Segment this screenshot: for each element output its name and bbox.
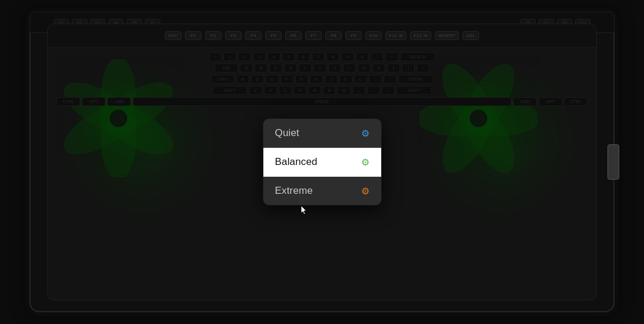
key-ctrl-r: CTRL [564, 97, 587, 106]
key-row-5: CTRL OPT CMD SPACE CMD OPT CTRL [57, 97, 587, 106]
key-shift-r: SHIFT [397, 86, 432, 95]
key-l: L [354, 75, 367, 84]
key-o: O [358, 64, 371, 72]
key-q: Q [240, 64, 253, 72]
key-row-3: CAPS A S D F G H J K L ; ' ENTER [57, 75, 587, 84]
gear-quiet-icon: ⚙ [361, 128, 369, 139]
key-d: D [266, 75, 279, 84]
key-shift-l: SHIFT [212, 86, 247, 95]
fan-mode-balanced-item[interactable]: Balanced ⚙ [263, 148, 381, 177]
key-y: Y [313, 64, 326, 72]
key-equals: = [385, 52, 398, 61]
key-j: J [325, 75, 338, 84]
key-space: SPACE [133, 97, 511, 106]
key-8: 8 [326, 52, 339, 61]
key-cmd-l: CMD [107, 97, 131, 106]
f12-key: F12 ≫ [410, 31, 431, 40]
key-u: U [328, 64, 341, 72]
key-p: P [372, 64, 385, 72]
esc-key: ESC [165, 31, 181, 40]
key-z: Z [249, 86, 262, 95]
key-2: 2 [238, 52, 251, 61]
key-row-2: TAB Q W E R T Y U I O P [ ] \ [57, 64, 587, 72]
key-f: F [280, 75, 293, 84]
key-delete: DELETE [400, 52, 435, 61]
f8-key: F8 [325, 31, 342, 40]
key-c: C [279, 86, 292, 95]
key-quote: ' [384, 75, 397, 84]
key-bracket-l: [ [387, 64, 400, 72]
fan-mode-quiet-item[interactable]: Quiet ⚙ [263, 119, 381, 148]
fn-key-bar: ESC F1 F2 F3 F4 F5 F6 F7 F8 F9 F10 F11 ≪… [48, 24, 596, 48]
key-w: W [255, 64, 267, 72]
key-opt-r: OPT [539, 97, 562, 106]
key-v: V [293, 86, 306, 95]
f1-key: F1 [185, 31, 202, 40]
key-row-1: ~ 1 2 3 4 5 6 7 8 9 0 - = DELETE [57, 52, 587, 61]
fan-mode-balanced-label: Balanced [275, 156, 318, 168]
key-backslash: \ [417, 64, 430, 72]
key-a: A [236, 75, 249, 84]
key-h: H [310, 75, 323, 84]
key-caps: CAPS [211, 75, 235, 84]
f2-key: F2 [205, 31, 222, 40]
key-row-4: SHIFT Z X C V B N M , . / SHIFT [57, 86, 587, 95]
key-g: G [295, 75, 308, 84]
power-button-area [607, 144, 619, 180]
key-bracket-r: ] [402, 64, 415, 72]
key-7: 7 [312, 52, 325, 61]
key-enter: ENTER [398, 75, 434, 84]
gear-extreme-icon: ⚙ [361, 186, 369, 197]
key-k: K [339, 75, 352, 84]
fan-mode-quiet-label: Quiet [275, 127, 299, 139]
f11-key: F11 ≪ [385, 31, 407, 40]
key-minus: - [371, 52, 384, 61]
fan-mode-extreme-item[interactable]: Extreme ⚙ [263, 177, 381, 205]
key-t: T [299, 64, 312, 72]
key-6: 6 [297, 52, 310, 61]
f10-key: F10 [365, 31, 382, 40]
key-e: E [269, 64, 282, 72]
key-period: . [367, 86, 380, 95]
key-i: I [343, 64, 356, 72]
key-r: R [284, 64, 297, 72]
background: 01 02 03 04 05 F 09 07 09 010 ESC F1 F2 … [0, 0, 644, 324]
key-ctrl: CTRL [57, 97, 80, 106]
key-4: 4 [267, 52, 280, 61]
fan-mode-dropdown: Quiet ⚙ Balanced ⚙ Extreme ⚙ [263, 119, 381, 205]
key-tab: TAB [214, 64, 238, 72]
key-9: 9 [341, 52, 354, 61]
key-3: 3 [253, 52, 266, 61]
key-0: 0 [356, 52, 369, 61]
key-m: M [338, 86, 351, 95]
key-opt: OPT [82, 97, 105, 106]
key-1: 1 [223, 52, 236, 61]
f6-key: F6 [285, 31, 302, 40]
fan-mode-extreme-label: Extreme [275, 185, 313, 197]
del-key: INSERT [435, 31, 459, 40]
key-n: N [323, 86, 336, 95]
key-5: 5 [282, 52, 295, 61]
f4-key: F4 [245, 31, 262, 40]
key-b: B [308, 86, 321, 95]
key-comma: , [352, 86, 365, 95]
f5-key: F5 [265, 31, 282, 40]
f7-key: F7 [305, 31, 322, 40]
del-key2: DEL [463, 31, 479, 40]
key-tilde: ~ [209, 52, 222, 61]
f9-key: F9 [345, 31, 362, 40]
gear-balanced-icon: ⚙ [361, 157, 369, 168]
f3-key: F3 [225, 31, 242, 40]
key-s: S [251, 75, 264, 84]
key-cmd-r: CMD [513, 97, 537, 106]
key-x: X [264, 86, 277, 95]
key-slash: / [382, 86, 395, 95]
key-semi: ; [369, 75, 382, 84]
